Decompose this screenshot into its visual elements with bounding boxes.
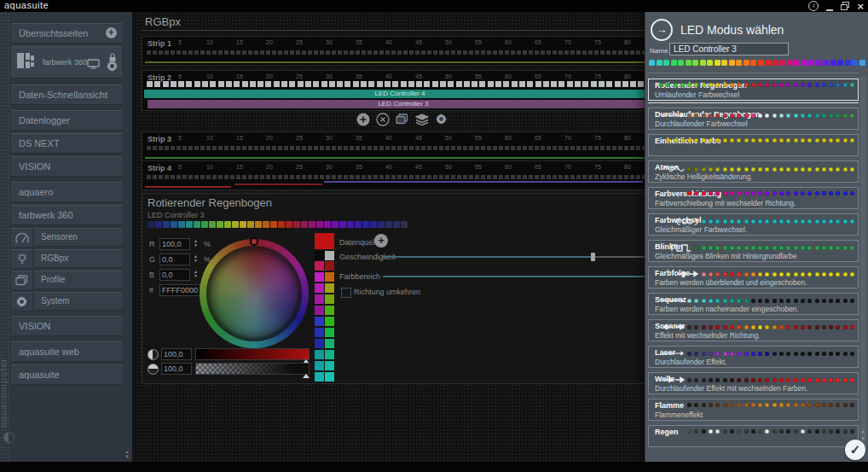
mode-item[interactable]: WelleDurchlaufender Effekt mit wechselnd…: [648, 372, 859, 394]
palette-color[interactable]: [315, 361, 324, 370]
green-input[interactable]: [159, 253, 190, 265]
mode-item[interactable]: SequenzFarben werden nacheinander einges…: [648, 293, 859, 315]
sidebar-item-aquaero[interactable]: aquaero: [11, 182, 122, 202]
sidebar-item-vision-2[interactable]: VISION: [11, 316, 122, 336]
sidebar-item-rgbpx[interactable]: RGBpx: [11, 249, 122, 268]
palette-color[interactable]: [315, 294, 324, 304]
green-stepper[interactable]: [194, 254, 198, 263]
palette-color[interactable]: [325, 339, 334, 348]
mode-preview-dot: [744, 299, 749, 303]
palette-color[interactable]: [315, 350, 324, 359]
palette-color[interactable]: [325, 317, 334, 326]
palette-color[interactable]: [325, 251, 334, 260]
remove-button[interactable]: [375, 112, 390, 126]
mode-item[interactable]: Rotierender RegenbogenUmlaufender Farbwe…: [648, 79, 859, 101]
controller-bar[interactable]: LED Controller 3: [148, 100, 659, 108]
richtung-checkbox[interactable]: [341, 288, 351, 298]
opacity-bar[interactable]: [195, 363, 310, 375]
sidebar-item-datenlogger[interactable]: Datenlogger: [11, 110, 122, 131]
mode-item[interactable]: Durchlaufender RegenbogenDurchlaufender …: [648, 108, 859, 130]
palette-color[interactable]: [325, 350, 334, 359]
sidebar-item-uebersichtsseiten[interactable]: Übersichtsseiten: [11, 23, 122, 44]
palette-color[interactable]: [315, 339, 324, 348]
led-color-chip: [370, 221, 377, 228]
palette-color[interactable]: [315, 233, 334, 249]
controller-bar[interactable]: LED Controller 4: [144, 90, 656, 98]
hex-input[interactable]: [159, 284, 200, 296]
sidebar-item-vision-1[interactable]: VISION: [11, 156, 122, 177]
mode-item[interactable]: ScannerEffekt mit wechselnder Richtung.: [648, 319, 859, 341]
red-stepper[interactable]: [194, 239, 198, 248]
sidebar-item-aquasuite-web[interactable]: aquasuite web: [11, 341, 122, 362]
sidebar-scroll-arrows[interactable]: [124, 449, 130, 459]
copy-button[interactable]: [395, 112, 409, 126]
blue-input[interactable]: [159, 269, 190, 281]
palette-color[interactable]: [325, 328, 334, 337]
sidebar-item-system[interactable]: System: [11, 292, 122, 311]
layers-button[interactable]: [414, 112, 429, 126]
palette-color[interactable]: [315, 261, 324, 271]
mode-item[interactable]: LaserDurchlaufender Effekt.: [648, 346, 859, 368]
led-color-chip: [316, 221, 323, 228]
palette-color[interactable]: [315, 328, 324, 337]
palette-color[interactable]: [315, 283, 324, 293]
restore-icon[interactable]: [841, 2, 849, 10]
add-button[interactable]: [356, 112, 370, 126]
sidebar-overview-page[interactable]: farbwerk 360: [11, 46, 122, 79]
sidebar-item-daten-schnellansicht[interactable]: Daten-Schnellansicht: [11, 84, 122, 105]
mode-list-scrollbar[interactable]: [860, 77, 866, 448]
speed-slider-thumb[interactable]: [591, 253, 595, 261]
mode-preview-dot: [773, 191, 777, 195]
mode-item[interactable]: FlammeFlammeneffekt: [648, 399, 859, 421]
mode-preview-dot: [773, 429, 777, 434]
info-icon[interactable]: [808, 1, 819, 11]
palette-color[interactable]: [315, 317, 324, 326]
mode-preview-dot: [829, 114, 833, 118]
palette-color[interactable]: [315, 251, 324, 260]
add-overview-icon[interactable]: [106, 27, 117, 38]
sidebar-item-profile[interactable]: Profile: [11, 271, 122, 289]
mode-item[interactable]: BlinkenGleichmäßiges Blinken mit Hinterg…: [648, 240, 859, 262]
gear-icon[interactable]: [107, 60, 118, 75]
red-input[interactable]: [159, 238, 190, 250]
palette-color[interactable]: [315, 372, 324, 382]
add-data-source-icon[interactable]: [374, 234, 388, 248]
blue-stepper[interactable]: [194, 270, 198, 278]
mode-item[interactable]: Regen: [648, 425, 859, 447]
brightness-bar[interactable]: [195, 348, 310, 360]
minimize-icon[interactable]: [826, 1, 833, 11]
opacity-input[interactable]: [161, 363, 192, 375]
palette-color[interactable]: [315, 272, 324, 282]
hue-marker[interactable]: [250, 237, 258, 246]
settings-button[interactable]: [434, 112, 448, 126]
mode-item[interactable]: FarbverschiebungFarbverschiebung mit wec…: [648, 187, 859, 209]
opacity-marker[interactable]: [303, 374, 310, 378]
close-icon[interactable]: [857, 2, 864, 11]
confirm-button[interactable]: [845, 440, 865, 460]
sidebar-item-sensoren[interactable]: Sensoren: [11, 228, 122, 247]
monitor-icon[interactable]: [87, 57, 100, 73]
mode-item[interactable]: FarbwechselGleichmäßiger Farbwechsel.: [648, 213, 859, 236]
mode-item[interactable]: FarbfolgeFarben werden überblendet und e…: [648, 266, 859, 288]
palette-color[interactable]: [325, 261, 334, 271]
palette-color[interactable]: [315, 306, 324, 315]
editor-subtitle: LED Controller 3: [148, 211, 205, 219]
mode-item[interactable]: AtmenZyklische Helligkeitsänderung.: [648, 160, 859, 183]
mode-preview-dot: [786, 429, 790, 434]
sidebar-item-ds-next[interactable]: DS NEXT: [11, 133, 122, 154]
panel-arrow-icon[interactable]: [651, 19, 673, 41]
palette-color[interactable]: [325, 283, 334, 293]
palette-color[interactable]: [325, 272, 334, 282]
palette-color[interactable]: [325, 306, 334, 315]
controller-name-input[interactable]: [669, 43, 789, 55]
brightness-input[interactable]: [161, 348, 192, 360]
sidebar-item-aquasuite[interactable]: aquasuite: [11, 364, 122, 385]
palette-color[interactable]: [325, 372, 334, 382]
palette-color[interactable]: [325, 361, 334, 370]
mode-item[interactable]: Einheitliche Farbe: [648, 134, 859, 156]
color-wheel[interactable]: [200, 239, 309, 348]
palette-color[interactable]: [325, 294, 334, 304]
mode-preview-dot: [765, 352, 769, 356]
sidebar-item-farbwerk-360[interactable]: farbwerk 360: [11, 205, 122, 225]
mode-preview-dot: [751, 378, 755, 382]
